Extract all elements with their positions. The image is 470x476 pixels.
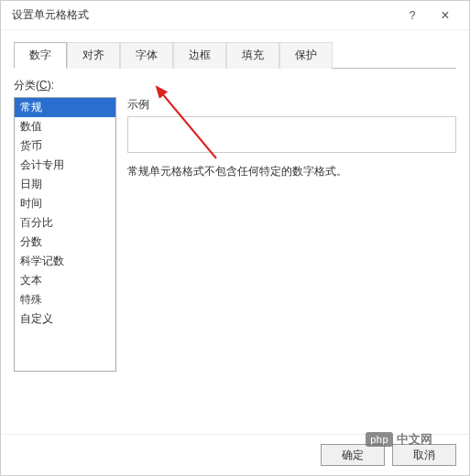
sample-box bbox=[127, 116, 456, 153]
category-label-key: C bbox=[39, 79, 48, 92]
list-item[interactable]: 时间 bbox=[15, 194, 115, 213]
list-item[interactable]: 特殊 bbox=[15, 290, 115, 309]
list-item[interactable]: 文本 bbox=[15, 271, 115, 290]
dialog-title: 设置单元格格式 bbox=[8, 7, 396, 23]
list-item[interactable]: 会计专用 bbox=[15, 156, 115, 175]
list-item[interactable]: 科学记数 bbox=[15, 252, 115, 271]
category-label: 分类(C): bbox=[14, 78, 456, 93]
sample-label: 示例 bbox=[127, 97, 456, 113]
right-panel: 示例 常规单元格格式不包含任何特定的数字格式。 bbox=[127, 97, 456, 425]
dialog-content: 数字 对齐 字体 边框 填充 保护 分类(C): 常规 数值 货币 会计专用 bbox=[1, 30, 469, 434]
category-label-pre: 分类( bbox=[14, 79, 39, 92]
tab-alignment[interactable]: 对齐 bbox=[67, 42, 120, 69]
body-row: 常规 数值 货币 会计专用 日期 时间 百分比 分数 科学记数 文本 特殊 自定… bbox=[14, 97, 456, 425]
cancel-button[interactable]: 取消 bbox=[392, 444, 456, 466]
list-item[interactable]: 百分比 bbox=[15, 213, 115, 233]
format-description: 常规单元格格式不包含任何特定的数字格式。 bbox=[127, 164, 456, 179]
tab-fill[interactable]: 填充 bbox=[226, 42, 279, 69]
dialog-footer: php 中文网 确定 取消 bbox=[1, 434, 469, 475]
list-item[interactable]: 数值 bbox=[15, 117, 115, 136]
close-icon[interactable]: × bbox=[429, 3, 462, 28]
list-item[interactable]: 货币 bbox=[15, 136, 115, 156]
category-label-post: ): bbox=[48, 79, 54, 92]
list-item[interactable]: 分数 bbox=[15, 233, 115, 252]
category-listbox[interactable]: 常规 数值 货币 会计专用 日期 时间 百分比 分数 科学记数 文本 特殊 自定… bbox=[14, 97, 116, 372]
list-item[interactable]: 常规 bbox=[15, 98, 115, 117]
format-cells-dialog: 设置单元格格式 ? × 数字 对齐 字体 边框 填充 保护 分类(C): 常规 bbox=[0, 0, 470, 476]
tab-border[interactable]: 边框 bbox=[173, 42, 226, 69]
list-item[interactable]: 自定义 bbox=[15, 309, 115, 329]
tab-protection[interactable]: 保护 bbox=[279, 42, 333, 69]
list-item[interactable]: 日期 bbox=[15, 175, 115, 194]
tab-number[interactable]: 数字 bbox=[14, 42, 67, 69]
tab-strip: 数字 对齐 字体 边框 填充 保护 bbox=[14, 41, 456, 69]
tab-font[interactable]: 字体 bbox=[120, 42, 173, 69]
titlebar: 设置单元格格式 ? × bbox=[1, 1, 469, 30]
ok-button[interactable]: 确定 bbox=[321, 444, 385, 466]
help-icon[interactable]: ? bbox=[396, 3, 429, 28]
